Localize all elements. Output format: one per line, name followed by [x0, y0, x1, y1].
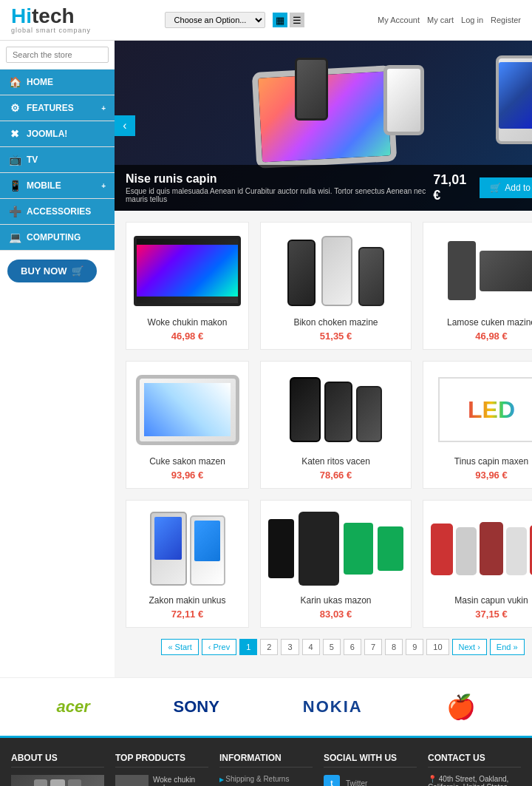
register-link[interactable]: Register	[491, 16, 521, 24]
options-dropdown[interactable]: Choose an Option...	[165, 12, 265, 28]
product-name-8: Karin ukas mazon	[268, 595, 403, 606]
footer-about: ABOUT US Esterel Technologies is the lea…	[11, 753, 104, 786]
brands-bar: acer SONY NOKIA 🍎	[0, 677, 532, 738]
pagination-page-7[interactable]: 7	[364, 639, 382, 655]
my-account-link[interactable]: My Account	[378, 16, 420, 24]
pagination-page-9[interactable]: 9	[406, 639, 423, 655]
pagination-page-1[interactable]: 1	[239, 639, 257, 655]
pagination-page-6[interactable]: 6	[344, 639, 361, 655]
speaker-a	[268, 519, 294, 578]
pagination-page-2[interactable]: 2	[260, 639, 278, 655]
pagination-page-4[interactable]: 4	[302, 639, 320, 655]
nav-item-features[interactable]: ⚙ FEATURES +	[0, 95, 115, 121]
twitter-icon: t	[324, 775, 340, 786]
product-card-5[interactable]: Katen ritos vacen 78,66 €	[260, 361, 412, 489]
top-product-item-1[interactable]: Woke chukin makon 46,98 €	[115, 775, 208, 786]
hero-text: Nise runis capin Esque id quis malesuada…	[126, 172, 433, 203]
footer-contact-title: CONTACT US	[428, 753, 521, 768]
nav-link-home[interactable]: 🏠 HOME	[0, 70, 115, 95]
brand-nokia: NOKIA	[303, 697, 363, 716]
info-link-1[interactable]: Shipping & Returns	[219, 775, 313, 783]
speaker-d	[378, 526, 403, 571]
product-price-1: 46,98 €	[134, 331, 241, 342]
pagination-page-5[interactable]: 5	[323, 639, 341, 655]
nav-link-tv[interactable]: 📺 TV	[0, 147, 115, 172]
product-price-6: 93,96 €	[431, 470, 532, 481]
fphone-a	[431, 524, 453, 575]
tablet-screen-2	[144, 383, 231, 436]
product-card-8[interactable]: Karin ukas mazon 83,03 €	[260, 500, 412, 628]
phone-device	[383, 65, 424, 135]
hero-banner: ‹ › Nise runis capin Esque id quis males…	[115, 41, 532, 211]
nav-link-joomla[interactable]: ✖ JOOMLA!	[0, 121, 115, 146]
buy-now-label: BUY NOW	[21, 265, 67, 277]
pagination-page-3[interactable]: 3	[281, 639, 299, 655]
footer-about-title: ABOUT US	[11, 753, 104, 768]
about-phone-2	[50, 779, 65, 786]
about-phone-3	[68, 779, 81, 786]
smartphones-placeholder	[290, 377, 382, 442]
search-input[interactable]	[6, 47, 109, 63]
phablet-placeholder	[150, 512, 225, 586]
nav-item-mobile[interactable]: 📱 MOBILE +	[0, 173, 115, 199]
camera-body	[480, 251, 532, 291]
product-card-9[interactable]: Masin capun vukin 37,15 €	[423, 500, 532, 628]
right-phone	[496, 55, 533, 144]
nav-link-accessories[interactable]: ➕ ACCESSORIES	[0, 199, 115, 224]
sidebar: 🏠 HOME ⚙ FEATURES + ✖ JOOMLA! 📺	[0, 41, 115, 677]
tablet-device	[254, 61, 402, 165]
brand-acer: acer	[56, 697, 89, 716]
login-link[interactable]: Log in	[461, 16, 483, 24]
phablet-screen-b	[194, 521, 220, 561]
nav-item-home[interactable]: 🏠 HOME	[0, 70, 115, 95]
pagination-prev[interactable]: ‹ Prev	[202, 639, 236, 655]
buy-now-button[interactable]: BUY NOW 🛒	[7, 260, 97, 282]
footer-social-title: SOCIAL WITH US	[324, 753, 417, 768]
tv-placeholder	[134, 236, 241, 306]
fphone-b	[456, 527, 477, 575]
my-cart-link[interactable]: My cart	[427, 16, 454, 24]
add-to-cart-button[interactable]: 🛒 Add to Cart	[480, 177, 532, 198]
pagination-end[interactable]: End »	[490, 639, 525, 655]
chevron-right-icon-2: +	[101, 182, 106, 190]
product-image-4	[134, 369, 241, 450]
product-card-2[interactable]: Bikon choken mazine 51,35 €	[260, 222, 412, 350]
led-text: LED	[468, 396, 515, 424]
product-card-7[interactable]: Zakon makin unkus 72,11 €	[126, 500, 249, 628]
nav-link-features[interactable]: ⚙ FEATURES +	[0, 95, 115, 121]
grid-view-button[interactable]: ▦	[273, 13, 287, 27]
right-device	[490, 55, 532, 174]
tv-icon: 📺	[9, 154, 21, 166]
product-price-9: 37,15 €	[431, 609, 532, 620]
hero-purchase: 71,01 € 🛒 Add to Cart	[433, 172, 532, 203]
nav-label-features: FEATURES	[27, 103, 74, 113]
nav-link-computing[interactable]: 💻 COMPUTING	[0, 225, 115, 250]
pagination-start[interactable]: « Start	[161, 639, 198, 655]
pagination-next[interactable]: Next ›	[452, 639, 487, 655]
hero-prev-button[interactable]: ‹	[115, 115, 135, 136]
pagination-page-10[interactable]: 10	[426, 639, 449, 655]
speakers-placeholder	[268, 512, 403, 586]
nav-item-accessories[interactable]: ➕ ACCESSORIES	[0, 199, 115, 225]
product-price-8: 83,03 €	[268, 609, 403, 620]
product-card-3[interactable]: Lamose cuken mazine 46,98 €	[423, 222, 532, 350]
content-wrap: 🏠 HOME ⚙ FEATURES + ✖ JOOMLA! 📺	[0, 41, 532, 677]
product-name-4: Cuke sakon mazen	[134, 456, 241, 467]
product-price-2: 51,35 €	[268, 331, 403, 342]
product-card-1[interactable]: Woke chukin makon 46,98 €	[126, 222, 249, 350]
social-twitter[interactable]: t Twitter	[324, 775, 417, 786]
nav-item-computing[interactable]: 💻 COMPUTING	[0, 225, 115, 251]
nav-item-tv[interactable]: 📺 TV	[0, 147, 115, 173]
footer-top-products-title: TOP PRODUCTS	[115, 753, 208, 768]
pagination-page-8[interactable]: 8	[385, 639, 403, 655]
nav-item-joomla[interactable]: ✖ JOOMLA!	[0, 121, 115, 147]
list-view-button[interactable]: ☰	[290, 13, 304, 27]
nav-label-joomla: JOOMLA!	[27, 129, 67, 139]
address-icon: 📍	[428, 775, 439, 783]
top-product-img-1	[115, 775, 149, 786]
logo: Hitech global smart company	[11, 6, 91, 34]
nav-link-mobile[interactable]: 📱 MOBILE +	[0, 173, 115, 198]
product-card-6[interactable]: LED Tinus capin maxen 93,96 €	[423, 361, 532, 489]
product-card-4[interactable]: Cuke sakon mazen 93,96 €	[126, 361, 249, 489]
brand-sony: SONY	[174, 697, 219, 716]
